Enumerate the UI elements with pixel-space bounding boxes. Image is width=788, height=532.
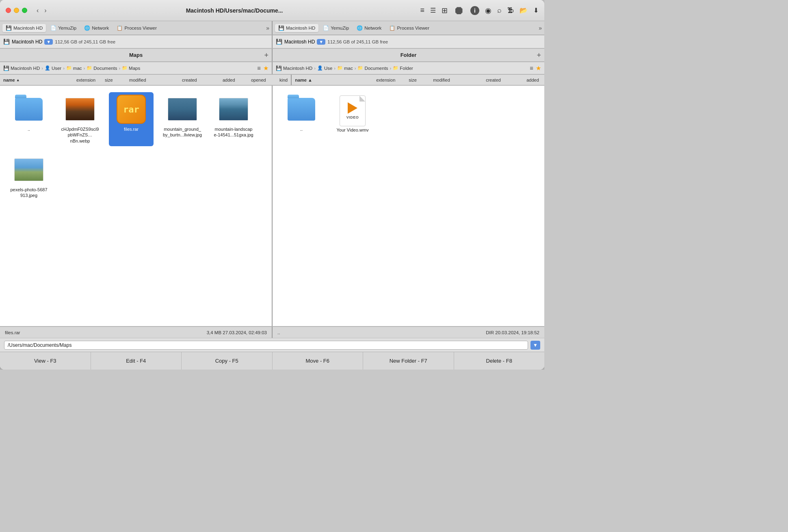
- left-bc-mac[interactable]: 📁 mac: [66, 65, 82, 71]
- left-file-pexels-photo[interactable]: pexels-photo-5687913.jpeg: [6, 153, 51, 201]
- new-folder-button[interactable]: New Folder - F7: [363, 352, 454, 370]
- eye-icon[interactable]: ◉: [485, 6, 491, 15]
- left-tab-network[interactable]: 🌐 Network: [81, 24, 112, 32]
- left-col-created[interactable]: created: [182, 78, 223, 82]
- right-col-extension[interactable]: extension: [376, 78, 409, 82]
- video-label: VIDEO: [346, 115, 359, 119]
- move-button[interactable]: Move - F6: [273, 352, 364, 370]
- binoculars-icon[interactable]: ⌕: [497, 6, 502, 15]
- left-file-parent-dir[interactable]: ..: [6, 92, 51, 146]
- bc-maps-icon: 📁: [122, 65, 128, 71]
- menu-icon[interactable]: ≡: [420, 6, 424, 15]
- minimize-button[interactable]: [14, 8, 19, 13]
- right-file-video[interactable]: VIDEO Your Video.wmv: [330, 92, 375, 135]
- bc-docs-icon: 📁: [87, 65, 92, 71]
- right-tab-more-button[interactable]: »: [539, 25, 542, 31]
- forward-button[interactable]: ›: [42, 6, 48, 15]
- left-file-mountain-landscap[interactable]: mountain-landscape-14541...51gxa.jpg: [211, 92, 256, 146]
- right-bc-folder[interactable]: 📁 Folder: [393, 65, 413, 71]
- left-tab-macintosh-hd[interactable]: 💾 Macintosh HD: [2, 24, 46, 32]
- right-file-parent-dir-name: ..: [300, 126, 303, 132]
- left-file-chjpdmf[interactable]: cHJpdmF0ZS9sci9pbWFnZS…nBn.webp: [58, 92, 102, 146]
- left-col-size[interactable]: size: [105, 78, 129, 82]
- list-icon[interactable]: ☰: [430, 6, 436, 14]
- right-bc-user[interactable]: 👤 Use: [317, 65, 332, 71]
- left-bc-documents[interactable]: 📁 Documents: [87, 65, 117, 71]
- right-pane-add-button[interactable]: +: [537, 52, 541, 59]
- left-disk-icon: 💾: [3, 39, 10, 45]
- left-col-opened[interactable]: opened: [251, 78, 279, 82]
- view-button[interactable]: View - F3: [0, 352, 91, 370]
- left-path-bar: 💾 Macintosh HD ▼ 112,56 GB of 245,11 GB …: [0, 35, 273, 48]
- right-favorite-button[interactable]: ★: [536, 65, 541, 72]
- bc-disk-label-r: Macintosh HD: [283, 66, 312, 71]
- zip-icon[interactable]: 🗜: [507, 7, 514, 14]
- right-tab-process-viewer[interactable]: 📋 Process Viewer: [386, 24, 433, 32]
- left-col-added[interactable]: added: [223, 78, 251, 82]
- left-col-name[interactable]: name ▲: [3, 78, 76, 82]
- left-pane-add-button[interactable]: +: [264, 52, 268, 59]
- left-disk-dropdown[interactable]: ▼: [44, 39, 53, 45]
- left-status-info: 3,4 MB 27.03.2024, 02:49:03: [207, 330, 267, 335]
- right-bc-documents[interactable]: 📁 Documents: [357, 65, 388, 71]
- path-dropdown-button[interactable]: ▼: [530, 341, 540, 350]
- right-bc-mac[interactable]: 📁 mac: [337, 65, 353, 71]
- path-input[interactable]: [4, 341, 528, 350]
- right-col-created[interactable]: created: [486, 78, 526, 82]
- right-tab-macintosh-hd[interactable]: 💾 Macintosh HD: [275, 24, 318, 32]
- toggle-icon[interactable]: ⏺: [453, 4, 465, 17]
- copy-button[interactable]: Copy - F5: [182, 352, 273, 370]
- bc-disk-icon: 💾: [3, 65, 9, 71]
- bc-user-label: User: [52, 66, 61, 71]
- left-file-mountain-ground-name: mountain_ground_by_burtn...llview.jpg: [163, 126, 202, 138]
- left-file-files-rar[interactable]: rar files.rar: [109, 92, 154, 146]
- info-icon[interactable]: i: [470, 6, 479, 15]
- left-file-chjpdmf-name: cHJpdmF0ZS9sci9pbWFnZS…nBn.webp: [60, 126, 100, 144]
- right-col-modified[interactable]: modified: [433, 78, 486, 82]
- left-bc-maps[interactable]: 📁 Maps: [122, 65, 140, 71]
- left-view-mode-button[interactable]: ≡: [257, 65, 261, 72]
- left-bc-user[interactable]: 👤 User: [45, 65, 61, 71]
- left-col-modified[interactable]: modified: [129, 78, 182, 82]
- left-tab-more-button[interactable]: »: [266, 25, 269, 31]
- right-col-name[interactable]: name ▲: [295, 78, 376, 82]
- download-icon[interactable]: ⬇: [533, 6, 539, 14]
- left-col-headers: name ▲ extension size modified created a…: [0, 75, 292, 85]
- right-disk-label: Macintosh HD: [284, 39, 315, 45]
- right-disk-dropdown[interactable]: ▼: [317, 39, 325, 45]
- bottom-toolbar: View - F3 Edit - F4 Copy - F5 Move - F6 …: [0, 352, 544, 370]
- right-view-mode-button[interactable]: ≡: [530, 65, 533, 72]
- left-free-space: 112,56 GB of 245,11 GB free: [55, 39, 115, 44]
- right-bc-disk[interactable]: 💾 Macintosh HD: [276, 65, 312, 71]
- left-col-kind[interactable]: kind: [279, 78, 288, 82]
- left-tab-yemuzip[interactable]: 📄 YemuZip: [47, 24, 80, 32]
- bc-docs-label-r: Documents: [364, 66, 388, 71]
- main-window: ‹ › Macintosh HD/Users/mac/Docume... ≡ ☰…: [0, 0, 544, 370]
- play-icon: [348, 102, 357, 114]
- bc-mac-label-r: mac: [344, 66, 353, 71]
- left-tab-process-viewer[interactable]: 📋 Process Viewer: [113, 24, 160, 32]
- right-status-filename: ..: [277, 330, 486, 335]
- left-bc-disk[interactable]: 💾 Macintosh HD: [3, 65, 40, 71]
- right-file-parent-dir[interactable]: ..: [279, 92, 324, 135]
- right-tab-network[interactable]: 🌐 Network: [353, 24, 385, 32]
- left-file-mountain-ground[interactable]: mountain_ground_by_burtn...llview.jpg: [160, 92, 205, 146]
- image-thumb-mountain3: [168, 98, 197, 121]
- folder-open-icon[interactable]: 📂: [520, 6, 528, 14]
- right-col-added[interactable]: added: [526, 78, 544, 82]
- left-tab-label-macintosh-hd: Macintosh HD: [13, 26, 43, 30]
- back-button[interactable]: ‹: [35, 6, 41, 15]
- right-col-size[interactable]: size: [409, 78, 433, 82]
- left-tab-label-yemuzip: YemuZip: [58, 26, 76, 30]
- right-tab-yemuzip[interactable]: 📄 YemuZip: [320, 24, 352, 32]
- edit-button[interactable]: Edit - F4: [91, 352, 182, 370]
- maximize-button[interactable]: [22, 8, 27, 13]
- bc-folder-label-r: Folder: [400, 66, 413, 71]
- right-tab-label-macintosh-hd: Macintosh HD: [286, 26, 315, 30]
- delete-button[interactable]: Delete - F8: [454, 352, 545, 370]
- left-favorite-button[interactable]: ★: [263, 65, 268, 72]
- left-col-extension[interactable]: extension: [76, 78, 105, 82]
- folder-icon-r: [288, 98, 315, 121]
- close-button[interactable]: [6, 8, 11, 13]
- grid-icon[interactable]: ⊞: [442, 6, 448, 15]
